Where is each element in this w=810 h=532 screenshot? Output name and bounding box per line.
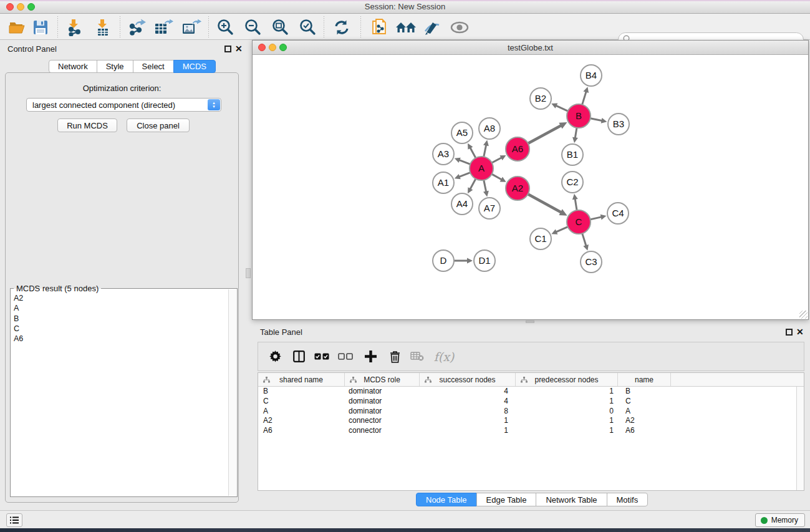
mcds-result-item[interactable]: A <box>14 303 219 313</box>
table-cell[interactable]: dominator <box>345 407 420 417</box>
tab-motifs[interactable]: Motifs <box>607 493 648 506</box>
column-header-name[interactable]: name <box>618 373 671 386</box>
table-cell[interactable]: 1 <box>420 426 516 436</box>
tab-node-table[interactable]: Node Table <box>416 493 477 506</box>
graph-edge-A-A5[interactable] <box>470 147 476 158</box>
window-resize-grip[interactable] <box>799 311 808 319</box>
open-session-button[interactable] <box>7 18 26 37</box>
table-cell[interactable]: 1 <box>516 397 618 407</box>
tab-edge-table[interactable]: Edge Table <box>476 493 537 506</box>
optimization-criterion-select[interactable]: largest connected component (directed) ▲… <box>26 98 221 112</box>
show-column-panel-button[interactable] <box>288 347 309 366</box>
zoom-out-button[interactable] <box>243 18 263 37</box>
select-all-columns-button[interactable] <box>311 347 333 366</box>
control-panel-close-button[interactable]: ✕ <box>235 44 243 53</box>
mcds-result-scrollbar[interactable] <box>228 289 236 496</box>
table-cell[interactable]: 1 <box>516 416 618 426</box>
table-cell[interactable]: dominator <box>345 397 420 407</box>
table-cell[interactable]: 4 <box>420 397 516 407</box>
table-cell[interactable]: C <box>618 397 671 407</box>
table-cell[interactable]: A <box>618 407 671 417</box>
column-header-successor-nodes[interactable]: successor nodes <box>420 373 516 386</box>
table-options-button[interactable] <box>266 347 284 366</box>
save-session-button[interactable] <box>31 18 50 37</box>
zoom-selected-button[interactable] <box>298 18 318 37</box>
graph-edge-B-B2[interactable] <box>556 105 568 111</box>
create-column-button[interactable] <box>359 347 382 366</box>
table-cell[interactable]: 1 <box>516 426 618 436</box>
graph-edge-B-B3[interactable] <box>591 118 603 121</box>
delete-column-button[interactable] <box>384 347 405 366</box>
table-cell[interactable]: A6 <box>618 426 671 436</box>
graph-edge-B-B1[interactable] <box>575 128 577 139</box>
graph-edge-A-A7[interactable] <box>484 180 486 193</box>
graph-edge-C-C4[interactable] <box>591 217 602 220</box>
graph-edge-A-A6[interactable] <box>492 157 503 163</box>
function-builder-button[interactable]: f(x) <box>430 347 458 366</box>
graph-edge-C-C2[interactable] <box>575 198 577 211</box>
graph-edge-A6-B[interactable] <box>528 125 562 143</box>
zoom-fit-button[interactable] <box>271 18 291 37</box>
vertical-splitter-handle[interactable] <box>246 268 251 278</box>
table-cell[interactable]: connector <box>345 426 420 436</box>
graph-edge-B-B4[interactable] <box>582 91 587 105</box>
table-panel-close-button[interactable]: ✕ <box>796 327 804 336</box>
export-table-button[interactable] <box>153 18 175 37</box>
table-panel-float-button[interactable] <box>786 329 793 336</box>
table-row[interactable]: A2connector11A2 <box>258 416 804 426</box>
table-cell[interactable]: dominator <box>345 387 420 397</box>
tab-mcds[interactable]: MCDS <box>173 60 216 73</box>
graph-edge-A-A3[interactable] <box>458 160 470 164</box>
node-table-scrollbar[interactable] <box>796 387 804 490</box>
refresh-view-button[interactable] <box>332 18 352 37</box>
table-row[interactable]: Bdominator41B <box>258 387 804 397</box>
unselect-all-columns-button[interactable] <box>334 347 357 366</box>
tab-style[interactable]: Style <box>97 60 133 73</box>
export-network-button[interactable] <box>127 18 147 37</box>
table-row[interactable]: Adominator80A <box>258 407 804 417</box>
mcds-result-item[interactable]: A6 <box>14 334 219 344</box>
table-cell[interactable]: B <box>258 387 345 397</box>
home-views-button[interactable] <box>394 18 418 37</box>
graph-edge-C-C3[interactable] <box>582 233 587 246</box>
network-canvas[interactable]: B4B2BB3A8A5A6A3B1AC2A1A2A4A7C4CC1DD1C3 <box>253 55 808 319</box>
table-row[interactable]: A6connector11A6 <box>258 426 804 436</box>
control-panel-float-button[interactable] <box>224 46 231 52</box>
table-cell[interactable]: 0 <box>516 407 618 417</box>
export-image-button[interactable] <box>181 18 202 37</box>
table-cell[interactable]: A6 <box>258 426 345 436</box>
mcds-result-item[interactable]: C <box>14 324 219 334</box>
column-header-MCDS-role[interactable]: MCDS role <box>345 373 420 386</box>
run-mcds-button[interactable]: Run MCDS <box>57 118 117 132</box>
delete-table-button[interactable] <box>407 347 428 366</box>
horizontal-splitter-handle[interactable] <box>526 321 534 323</box>
graph-edge-A-A4[interactable] <box>470 179 476 190</box>
close-panel-button[interactable]: Close panel <box>127 118 190 132</box>
table-cell[interactable]: A <box>258 407 345 417</box>
graph-edge-A2-C[interactable] <box>528 194 562 213</box>
tab-select[interactable]: Select <box>133 60 174 73</box>
show-graphics-details-button[interactable] <box>422 18 443 37</box>
graph-edge-A-A1[interactable] <box>458 173 470 177</box>
column-header-predecessor-nodes[interactable]: predecessor nodes <box>516 373 618 386</box>
table-cell[interactable]: A2 <box>258 416 345 426</box>
table-cell[interactable]: connector <box>345 416 420 426</box>
tab-network[interactable]: Network <box>49 60 97 73</box>
column-header-shared-name[interactable]: shared name <box>258 373 345 386</box>
import-table-button[interactable] <box>92 18 112 37</box>
show-hide-panel-button[interactable] <box>449 18 470 37</box>
import-network-button[interactable] <box>64 18 84 37</box>
graph-edge-A-A2[interactable] <box>492 174 503 180</box>
table-cell[interactable]: B <box>618 387 671 397</box>
network-from-file-button[interactable] <box>369 18 390 37</box>
table-row[interactable]: Cdominator41C <box>258 397 804 407</box>
tab-network-table[interactable]: Network Table <box>536 493 607 506</box>
table-cell[interactable]: 8 <box>420 407 516 417</box>
table-cell[interactable]: 1 <box>516 387 618 397</box>
memory-button[interactable]: Memory <box>755 513 805 527</box>
task-history-button[interactable] <box>6 513 22 527</box>
table-cell[interactable]: 1 <box>420 416 516 426</box>
mcds-result-item[interactable]: B <box>14 314 219 324</box>
graph-edge-A-A8[interactable] <box>484 144 486 157</box>
table-cell[interactable]: A2 <box>618 416 671 426</box>
